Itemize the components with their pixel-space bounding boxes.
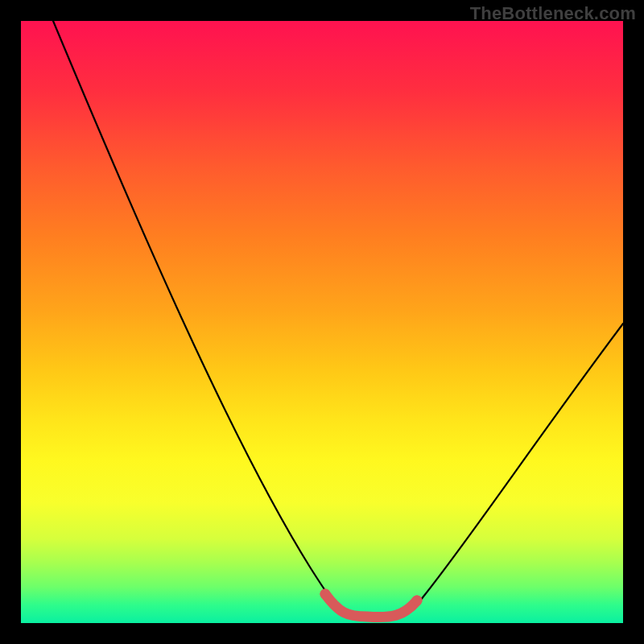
optimal-range-highlight (325, 594, 417, 617)
watermark-text: TheBottleneck.com (470, 3, 636, 24)
optimal-range-end-dot (412, 596, 423, 606)
optimal-range-start-dot (320, 589, 331, 600)
chart-svg (21, 21, 623, 623)
chart-frame: TheBottleneck.com (0, 0, 644, 644)
chart-gradient-background (21, 21, 623, 623)
bottleneck-curve (53, 21, 623, 617)
